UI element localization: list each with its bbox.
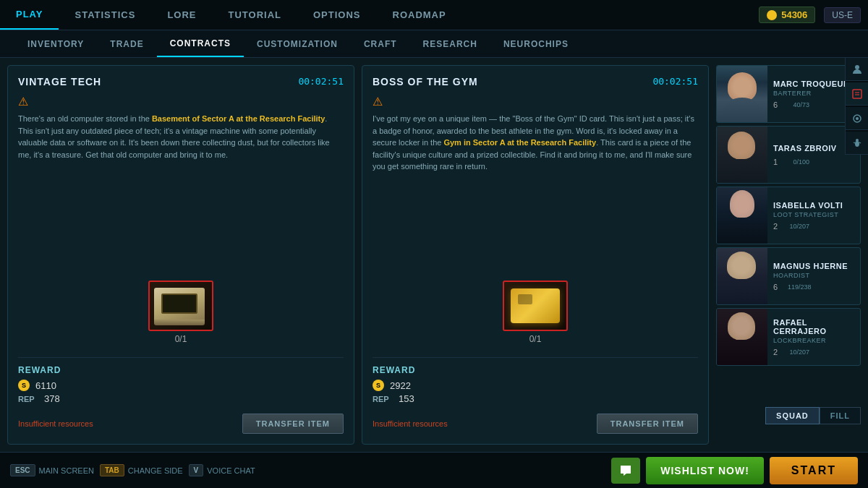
sub-navigation: INVENTORY TRADE CONTRACTS CUSTOMIZATION …: [0, 30, 868, 58]
insufficient-text-1: Insufficient resources: [18, 419, 93, 428]
agent-info-rafael: RAFAEL CERRAJERO LOCKBREAKER 2 10/207: [767, 314, 860, 361]
item-count-1: 0/1: [175, 334, 187, 344]
nav-items: PLAY STATISTICS LORE TUTORIAL OPTIONS RO…: [0, 0, 759, 30]
reward-section-1: REWARD S 6110 REP 378: [18, 357, 344, 406]
avatar-marc: [717, 65, 767, 123]
transfer-button-2[interactable]: TRANSFER ITEM: [597, 414, 698, 434]
agent-role-rafael: LOCKBREAKER: [773, 337, 854, 344]
agent-name-isabella: ISABELLA VOLTI: [773, 201, 854, 210]
contract-desc-2: I've got my eye on a unique item — the "…: [373, 113, 698, 270]
subnav-trade[interactable]: TRADE: [97, 30, 156, 57]
avatar-isabella: [717, 187, 767, 244]
fill-tab[interactable]: FILL: [820, 407, 861, 424]
agent-xp-value-rafael: 10/207: [788, 348, 809, 356]
squad-fill-tabs: SQUAD FILL: [765, 407, 861, 424]
subnav-customization[interactable]: CUSTOMIZATION: [244, 30, 351, 57]
agent-info-isabella: ISABELLA VOLTI LOOT STRATEGIST 2 10/207: [767, 197, 860, 235]
tab-text: CHANGE SIDE: [128, 466, 183, 475]
wishlist-button[interactable]: WISHLIST NOW!: [646, 457, 764, 484]
avatar-rafael: [717, 308, 767, 366]
subnav-contracts[interactable]: CONTRACTS: [157, 30, 244, 57]
agent-level-taras: 1: [773, 158, 782, 166]
currency-value: 54306: [781, 9, 807, 20]
contract-item-box-1: [148, 281, 213, 331]
agents-icon-btn[interactable]: [846, 58, 868, 81]
rep-label-2: REP: [373, 395, 393, 403]
svg-point-7: [856, 139, 859, 142]
agent-card-isabella[interactable]: ISABELLA VOLTI LOOT STRATEGIST 2 10/207: [716, 187, 861, 244]
panel-icons: [845, 58, 868, 155]
svg-point-5: [856, 117, 859, 120]
reward-credits-value-1: 6110: [35, 380, 56, 391]
computer-item: [154, 288, 208, 324]
contract-title-2: BOSS OF THE GYM: [373, 76, 478, 87]
region-display: US-E: [824, 7, 861, 23]
contract-footer-1: Insufficient resources TRANSFER ITEM: [18, 414, 344, 434]
reward-credits-row-1: S 6110: [18, 380, 344, 391]
nav-tutorial[interactable]: TUTORIAL: [213, 0, 297, 30]
warning-icon-2: ⚠: [373, 95, 698, 108]
agent-card-rafael[interactable]: RAFAEL CERRAJERO LOCKBREAKER 2 10/207: [716, 308, 861, 366]
contracts-area: VINTAGE TECH 00:02:51 ⚠ There's an old c…: [7, 65, 709, 445]
reward-rep-row-2: REP 153: [373, 393, 698, 404]
v-hint: V VOICE CHAT: [189, 464, 255, 476]
tab-hint: TAB CHANGE SIDE: [100, 464, 183, 476]
svg-point-0: [855, 65, 859, 69]
chat-button[interactable]: [611, 458, 640, 484]
agent-role-magnus: HOARDIST: [773, 272, 854, 279]
bottom-right-actions: WISHLIST NOW! START: [611, 457, 858, 484]
subnav-research[interactable]: RESEARCH: [410, 30, 490, 57]
reward-credits-row-2: S 2922: [373, 380, 698, 391]
subnav-craft[interactable]: CRAFT: [351, 30, 410, 57]
agent-xp-value-marc: 40/73: [788, 101, 809, 108]
subnav-neurochips[interactable]: NEUROCHIPS: [490, 30, 582, 57]
nav-roadmap[interactable]: ROADMAP: [377, 0, 462, 30]
contract-item-display-2: 0/1: [373, 281, 698, 344]
contracts-icon-btn[interactable]: [846, 82, 868, 106]
nav-statistics[interactable]: STATISTICS: [59, 0, 151, 30]
main-content: VINTAGE TECH 00:02:51 ⚠ There's an old c…: [0, 58, 868, 452]
reward-label-1: REWARD: [18, 365, 344, 375]
nav-options[interactable]: OPTIONS: [297, 0, 377, 30]
start-button[interactable]: START: [770, 457, 858, 484]
nav-lore[interactable]: LORE: [151, 0, 212, 30]
bug-icon-btn[interactable]: [846, 132, 868, 155]
agent-role-isabella: LOOT STRATEGIST: [773, 211, 854, 218]
contract-item-box-2: [503, 281, 568, 331]
agent-name-rafael: RAFAEL CERRAJERO: [773, 318, 854, 335]
agent-role-marc: BARTERER: [773, 90, 854, 97]
contract-highlight-2: Gym in Sector A at the Research Facility: [443, 138, 596, 147]
squad-tab[interactable]: SQUAD: [765, 407, 820, 424]
reward-rep-row-1: REP 378: [18, 393, 344, 404]
agent-name-marc: MARC TROQUEUR: [773, 80, 854, 88]
agent-xp-value-taras: 0/100: [788, 158, 809, 166]
agent-card-magnus[interactable]: MAGNUS HJERNE HOARDIST 6 119/238: [716, 247, 861, 305]
contract-title-1: VINTAGE TECH: [18, 76, 101, 87]
reward-label-2: REWARD: [373, 365, 698, 375]
agent-stat-row-taras: 1 0/100: [773, 158, 854, 166]
esc-text: MAIN SCREEN: [39, 466, 94, 475]
agent-stat-row-marc: 6 40/73: [773, 100, 854, 109]
insufficient-text-2: Insufficient resources: [373, 419, 448, 428]
contract-header-1: VINTAGE TECH 00:02:51: [18, 76, 344, 87]
reward-credits-value-2: 2922: [390, 380, 411, 391]
svg-line-8: [854, 142, 855, 143]
nav-play[interactable]: PLAY: [0, 0, 59, 30]
agent-level-magnus: 6: [773, 283, 782, 291]
agent-stat-row-rafael: 2 10/207: [773, 348, 854, 356]
esc-key: ESC: [10, 464, 35, 476]
svg-line-9: [859, 142, 861, 143]
agent-card-marc[interactable]: MARC TROQUEUR BARTERER 6 40/73: [716, 65, 861, 123]
bottom-bar: ESC MAIN SCREEN TAB CHANGE SIDE V VOICE …: [0, 452, 868, 488]
agent-info-magnus: MAGNUS HJERNE HOARDIST 6 119/238: [767, 257, 860, 296]
items-icon-btn[interactable]: [846, 107, 868, 130]
top-navigation: PLAY STATISTICS LORE TUTORIAL OPTIONS RO…: [0, 0, 868, 30]
subnav-inventory[interactable]: INVENTORY: [14, 30, 97, 57]
contract-card-1: VINTAGE TECH 00:02:51 ⚠ There's an old c…: [7, 65, 354, 445]
agent-level-marc: 6: [773, 100, 782, 109]
esc-hint: ESC MAIN SCREEN: [10, 464, 94, 476]
nav-right: 54306 US-E: [759, 7, 868, 23]
transfer-button-1[interactable]: TRANSFER ITEM: [242, 414, 344, 434]
agent-card-taras[interactable]: TARAS ZBROIV 1 0/100: [716, 126, 861, 184]
reward-section-2: REWARD S 2922 REP 153: [373, 357, 698, 406]
